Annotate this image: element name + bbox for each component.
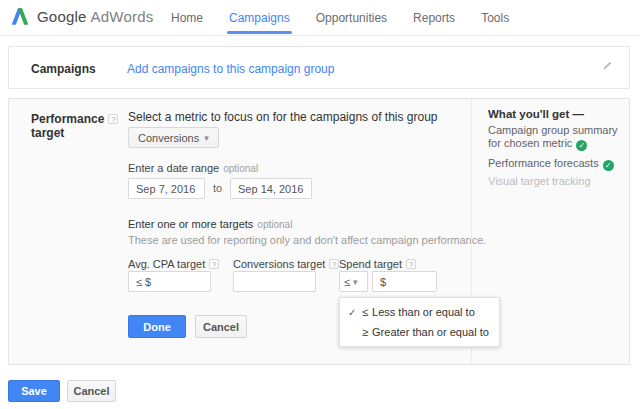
nav-tools[interactable]: Tools bbox=[468, 0, 522, 36]
conversions-target-label: Conversions target? bbox=[233, 258, 339, 270]
nav-campaigns-label: Campaigns bbox=[229, 11, 290, 25]
active-tab-underline bbox=[227, 31, 292, 34]
nav-campaigns[interactable]: Campaigns bbox=[216, 0, 303, 36]
add-campaigns-link[interactable]: Add campaigns to this campaign group bbox=[127, 62, 334, 76]
date-from-input[interactable]: Sep 7, 2016 bbox=[128, 178, 205, 199]
benefit-text: Performance forecasts bbox=[488, 157, 599, 169]
top-navigation: Google AdWords Home Campaigns Opportunit… bbox=[0, 0, 640, 36]
performance-label-line2: target bbox=[31, 126, 64, 140]
performance-target-label: Performance? target bbox=[31, 112, 123, 140]
benefit-item: Campaign group summary for chosen metric… bbox=[488, 124, 630, 151]
menu-item-greater-than-or-equal[interactable]: ≥ Greater than or equal to bbox=[340, 322, 499, 342]
cpa-label-text: Avg. CPA target bbox=[128, 258, 205, 270]
metric-dropdown-button[interactable]: Conversions ▾ bbox=[128, 127, 219, 148]
footer-cancel-button[interactable]: Cancel bbox=[67, 380, 116, 402]
targets-label-text: Enter one or more targets bbox=[128, 218, 253, 230]
spend-operator-value: ≤ bbox=[344, 276, 350, 288]
date-separator: to bbox=[213, 182, 222, 194]
conversions-target-input[interactable] bbox=[233, 271, 316, 292]
check-circle-icon: ✓ bbox=[576, 140, 587, 151]
done-button[interactable]: Done bbox=[128, 315, 186, 338]
date-to-input[interactable]: Sep 14, 2016 bbox=[230, 178, 312, 199]
brand-product: AdWords bbox=[91, 8, 154, 25]
spend-label-text: Spend target bbox=[339, 258, 402, 270]
help-icon[interactable]: ? bbox=[406, 259, 416, 269]
metric-selected-label: Conversions bbox=[138, 132, 199, 144]
targets-note: These are used for reporting only and do… bbox=[128, 234, 486, 246]
date-optional-tag: optional bbox=[223, 163, 258, 174]
check-circle-icon: ✓ bbox=[603, 160, 614, 171]
operator-label: Greater than or equal to bbox=[372, 326, 489, 338]
targets-optional-tag: optional bbox=[257, 219, 292, 230]
spend-operator-dropdown[interactable]: ≤ ▾ bbox=[339, 271, 368, 292]
metric-prompt: Select a metric to focus on for the camp… bbox=[128, 110, 438, 124]
help-icon[interactable]: ? bbox=[329, 259, 339, 269]
check-icon: ✓ bbox=[348, 307, 362, 318]
nav-opportunities[interactable]: Opportunities bbox=[303, 0, 400, 36]
benefit-text: Visual target tracking bbox=[488, 175, 591, 187]
chevron-down-icon: ▾ bbox=[204, 133, 209, 143]
chevron-down-icon: ▾ bbox=[353, 277, 358, 287]
targets-label: Enter one or more targetsoptional bbox=[128, 218, 292, 230]
benefit-text: Campaign group summary for chosen metric bbox=[488, 124, 618, 149]
cpa-target-input[interactable]: ≤ $ bbox=[128, 271, 211, 292]
spend-target-label: Spend target? bbox=[339, 258, 416, 270]
performance-cancel-button[interactable]: Cancel bbox=[195, 315, 247, 338]
performance-target-section: Performance? target Select a metric to f… bbox=[8, 98, 630, 365]
performance-label-line1: Performance bbox=[31, 112, 104, 126]
date-range-label: Enter a date rangeoptional bbox=[128, 162, 258, 174]
nav-home[interactable]: Home bbox=[158, 0, 216, 36]
edit-icon[interactable] bbox=[602, 60, 613, 74]
cpa-target-label: Avg. CPA target? bbox=[128, 258, 219, 270]
adwords-logo-icon bbox=[10, 7, 30, 26]
help-icon[interactable]: ? bbox=[209, 259, 219, 269]
brand-google: Google bbox=[37, 8, 87, 25]
operator-label: Less than or equal to bbox=[372, 306, 475, 318]
adwords-logo: Google AdWords bbox=[10, 7, 153, 26]
nav-reports[interactable]: Reports bbox=[400, 0, 468, 36]
spend-target-input[interactable]: $ bbox=[372, 271, 437, 292]
campaigns-label: Campaigns bbox=[31, 62, 96, 76]
help-icon[interactable]: ? bbox=[108, 114, 118, 124]
campaigns-section: Campaigns Add campaigns to this campaign… bbox=[8, 46, 630, 89]
menu-item-less-than-or-equal[interactable]: ✓ ≤ Less than or equal to bbox=[340, 302, 499, 322]
benefit-item: Performance forecasts✓ bbox=[488, 157, 630, 171]
operator-symbol: ≥ bbox=[362, 326, 368, 338]
conversions-label-text: Conversions target bbox=[233, 258, 325, 270]
benefits-title: What you'll get — bbox=[488, 108, 584, 120]
operator-dropdown-menu: ✓ ≤ Less than or equal to ≥ Greater than… bbox=[339, 297, 500, 347]
main-nav: Home Campaigns Opportunities Reports Too… bbox=[158, 0, 522, 36]
operator-symbol: ≤ bbox=[362, 306, 368, 318]
save-button[interactable]: Save bbox=[8, 380, 60, 402]
date-range-label-text: Enter a date range bbox=[128, 162, 219, 174]
benefit-item: Visual target tracking bbox=[488, 175, 630, 188]
